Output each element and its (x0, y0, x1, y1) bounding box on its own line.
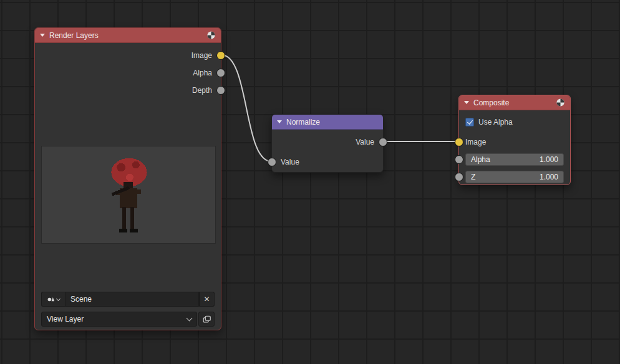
z-field-label: Z (471, 173, 475, 181)
input-label-image: Image (465, 138, 486, 146)
view-layer-row: View Layer (41, 312, 215, 327)
output-row-alpha: Alpha (35, 64, 221, 82)
socket-input-value[interactable] (268, 158, 276, 166)
material-ball-icon (556, 98, 565, 107)
alpha-field-label: Alpha (471, 155, 490, 164)
chevron-down-icon (56, 296, 61, 300)
render-preview (41, 146, 216, 244)
collapse-icon[interactable] (40, 34, 45, 37)
use-alpha-label: Use Alpha (478, 118, 513, 127)
output-row-value: Value (272, 133, 383, 151)
node-composite[interactable]: Composite Use Alpha Image Alpha 1.000 Z … (458, 95, 571, 185)
scene-datablock-button[interactable] (41, 292, 65, 307)
collapse-icon[interactable] (464, 101, 469, 104)
link-renderlayers-to-normalize[interactable] (221, 55, 271, 161)
close-icon: ✕ (203, 295, 210, 304)
node-editor-canvas[interactable]: Render Layers Image Alpha Depth (0, 0, 620, 364)
output-label-value: Value (356, 138, 374, 146)
scene-selector-row: Scene ✕ (41, 292, 215, 307)
new-view-layer-button[interactable] (198, 312, 215, 327)
material-ball-icon (206, 31, 216, 40)
chevron-down-icon (186, 315, 193, 322)
alpha-field-value: 1.000 (540, 155, 558, 164)
view-layer-value: View Layer (47, 315, 84, 323)
use-alpha-checkbox[interactable] (465, 118, 474, 127)
scene-name-field[interactable]: Scene (65, 292, 199, 307)
node-title: Render Layers (49, 31, 203, 40)
input-label-value: Value (281, 158, 299, 166)
output-label-depth: Depth (192, 86, 212, 95)
socket-input-z[interactable] (455, 173, 463, 181)
collapse-icon[interactable] (277, 120, 282, 123)
output-label-alpha: Alpha (193, 69, 212, 77)
input-row-value: Value (272, 153, 383, 171)
socket-output-depth[interactable] (216, 86, 225, 95)
node-title: Composite (473, 98, 552, 107)
render-preview-image (42, 146, 215, 243)
node-render-layers[interactable]: Render Layers Image Alpha Depth (34, 27, 221, 330)
clear-scene-button[interactable]: ✕ (199, 292, 215, 307)
socket-input-alpha[interactable] (455, 155, 463, 164)
socket-output-image[interactable] (216, 51, 225, 60)
layers-icon (202, 315, 211, 324)
socket-output-value[interactable] (379, 138, 387, 146)
render-layers-header[interactable]: Render Layers (35, 28, 221, 43)
socket-output-alpha[interactable] (216, 69, 225, 77)
socket-input-image[interactable] (455, 138, 463, 146)
scene-name-value: Scene (70, 295, 92, 304)
normalize-header[interactable]: Normalize (272, 115, 383, 130)
composite-header[interactable]: Composite (459, 95, 570, 110)
input-row-image: Image (459, 135, 570, 150)
use-alpha-row: Use Alpha (459, 115, 570, 129)
output-row-depth: Depth (35, 82, 221, 99)
z-value-field[interactable]: Z 1.000 (465, 171, 564, 183)
scene-icon (47, 295, 56, 304)
output-label-image: Image (191, 51, 212, 60)
output-row-image: Image (35, 47, 221, 64)
z-field-value: 1.000 (540, 173, 558, 181)
node-title: Normalize (286, 118, 378, 127)
node-normalize[interactable]: Normalize Value Value (271, 114, 384, 173)
view-layer-dropdown[interactable]: View Layer (41, 312, 197, 327)
alpha-value-field[interactable]: Alpha 1.000 (465, 153, 564, 166)
